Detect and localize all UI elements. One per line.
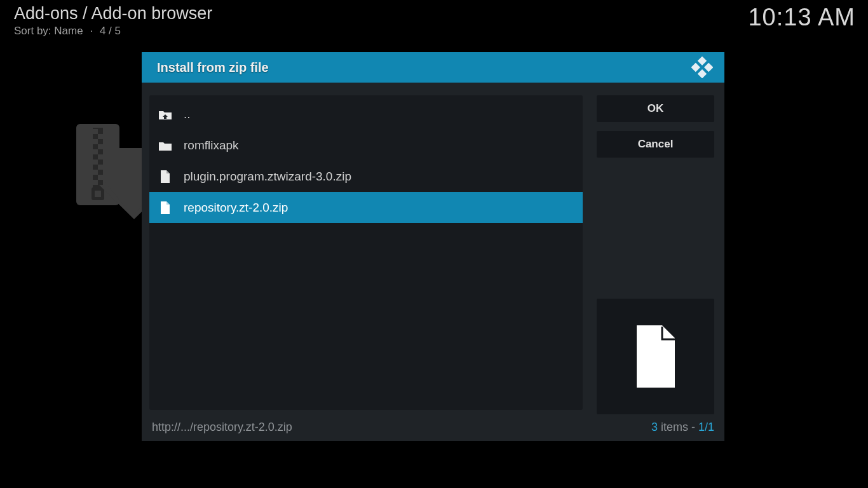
file-row-zip-selected[interactable]: repository.zt-2.0.zip xyxy=(149,192,583,223)
sort-label: Sort by: xyxy=(14,25,51,37)
file-label: .. xyxy=(184,107,191,121)
install-dialog: Install from zip file .. romflixa xyxy=(142,52,724,441)
page-indicator: 1/1 xyxy=(698,421,714,433)
svg-rect-2 xyxy=(88,129,98,134)
cancel-button[interactable]: Cancel xyxy=(597,131,714,158)
dialog-title: Install from zip file xyxy=(157,60,269,75)
file-row-parent[interactable]: .. xyxy=(149,98,583,130)
file-label: romflixapk xyxy=(184,139,239,152)
svg-rect-6 xyxy=(88,149,98,154)
footer-count: 3 items - 1/1 xyxy=(651,421,714,434)
file-list[interactable]: .. romflixapk plugin.program.ztwizard-3.… xyxy=(149,95,583,410)
svg-rect-11 xyxy=(98,175,108,180)
svg-rect-5 xyxy=(98,144,108,149)
folder-icon xyxy=(158,140,172,151)
dialog-header: Install from zip file xyxy=(142,52,724,83)
footer-path: http://.../repository.zt-2.0.zip xyxy=(152,421,292,434)
file-label: repository.zt-2.0.zip xyxy=(184,201,288,215)
breadcrumb: Add-ons / Add-on browser xyxy=(14,4,212,24)
svg-rect-8 xyxy=(88,159,98,165)
file-icon xyxy=(158,170,172,183)
file-icon xyxy=(158,201,172,214)
svg-rect-18 xyxy=(704,63,713,72)
svg-rect-3 xyxy=(98,134,108,139)
separator-dot: · xyxy=(90,25,93,37)
preview-panel xyxy=(597,299,714,414)
svg-rect-19 xyxy=(698,69,707,78)
svg-rect-7 xyxy=(98,154,108,159)
kodi-logo-icon xyxy=(691,57,713,78)
file-row-folder[interactable]: romflixapk xyxy=(149,130,583,161)
svg-rect-10 xyxy=(88,170,98,175)
file-row-zip[interactable]: plugin.program.ztwizard-3.0.zip xyxy=(149,161,583,192)
sort-line: Sort by: Name · 4 / 5 xyxy=(14,25,212,37)
file-preview-icon xyxy=(635,325,676,388)
item-count: 3 xyxy=(651,421,658,433)
svg-rect-12 xyxy=(88,180,98,185)
svg-rect-9 xyxy=(98,165,108,170)
position-indicator: 4 / 5 xyxy=(100,25,121,37)
file-label: plugin.program.ztwizard-3.0.zip xyxy=(184,170,351,184)
folder-up-icon xyxy=(158,109,172,120)
svg-rect-16 xyxy=(698,57,707,65)
svg-rect-17 xyxy=(691,63,700,72)
svg-rect-4 xyxy=(88,139,98,144)
sort-value: Name xyxy=(54,25,83,37)
svg-rect-14 xyxy=(95,191,101,197)
ok-button[interactable]: OK xyxy=(597,95,714,122)
clock: 10:13 AM xyxy=(748,4,855,31)
